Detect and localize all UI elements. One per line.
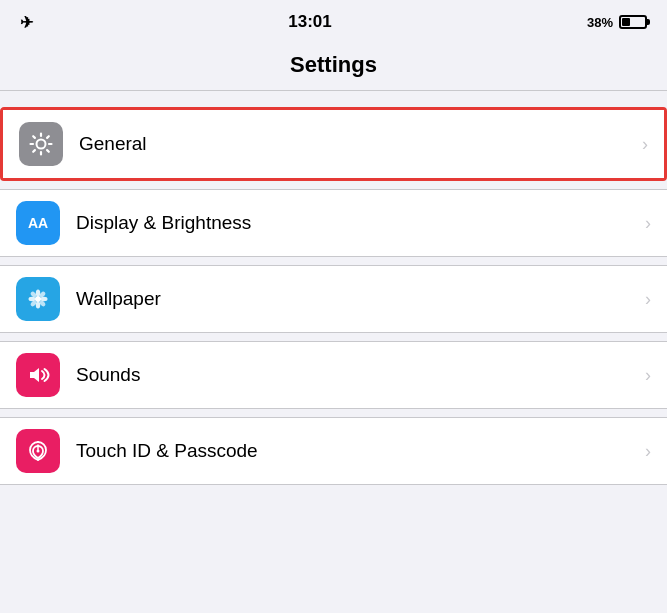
settings-row-wallpaper[interactable]: Wallpaper ›: [0, 265, 667, 333]
status-right: 38%: [587, 15, 647, 30]
status-bar: ✈ 13:01 38%: [0, 0, 667, 44]
display-label: Display & Brightness: [76, 212, 645, 234]
svg-point-2: [36, 290, 40, 297]
gear-icon: [28, 131, 54, 157]
display-chevron: ›: [645, 213, 651, 234]
svg-point-4: [29, 297, 36, 301]
settings-row-sounds[interactable]: Sounds ›: [0, 341, 667, 409]
airplane-icon: ✈: [20, 13, 33, 32]
display-row-group: AA Display & Brightness ›: [0, 189, 667, 257]
touchid-chevron: ›: [645, 441, 651, 462]
display-aa-icon: AA: [25, 210, 51, 236]
settings-list: General › AA Display & Brightness ›: [0, 91, 667, 485]
svg-point-0: [37, 140, 46, 149]
status-left: ✈: [20, 13, 33, 32]
wallpaper-row-group: Wallpaper ›: [0, 265, 667, 333]
settings-row-display[interactable]: AA Display & Brightness ›: [0, 189, 667, 257]
status-time: 13:01: [288, 12, 331, 32]
sounds-row-group: Sounds ›: [0, 341, 667, 409]
touchid-row-group: Touch ID & Passcode ›: [0, 417, 667, 485]
sounds-icon-wrap: [16, 353, 60, 397]
flower-icon: [25, 286, 51, 312]
svg-point-5: [41, 297, 48, 301]
sounds-chevron: ›: [645, 365, 651, 386]
general-chevron: ›: [642, 134, 648, 155]
sounds-label: Sounds: [76, 364, 645, 386]
nav-bar: Settings: [0, 44, 667, 91]
svg-point-3: [36, 302, 40, 309]
display-icon-wrap: AA: [16, 201, 60, 245]
general-icon-wrap: [19, 122, 63, 166]
wallpaper-label: Wallpaper: [76, 288, 645, 310]
touchid-icon-wrap: [16, 429, 60, 473]
settings-row-touchid[interactable]: Touch ID & Passcode ›: [0, 417, 667, 485]
battery-percent: 38%: [587, 15, 613, 30]
svg-point-1: [35, 296, 41, 302]
wallpaper-icon-wrap: [16, 277, 60, 321]
wallpaper-chevron: ›: [645, 289, 651, 310]
page-title: Settings: [290, 52, 377, 77]
settings-row-general[interactable]: General ›: [3, 110, 664, 178]
battery-icon: [619, 15, 647, 29]
general-row-highlight: General ›: [0, 107, 667, 181]
touchid-label: Touch ID & Passcode: [76, 440, 645, 462]
general-label: General: [79, 133, 642, 155]
fingerprint-icon: [25, 438, 51, 464]
sound-icon: [25, 362, 51, 388]
